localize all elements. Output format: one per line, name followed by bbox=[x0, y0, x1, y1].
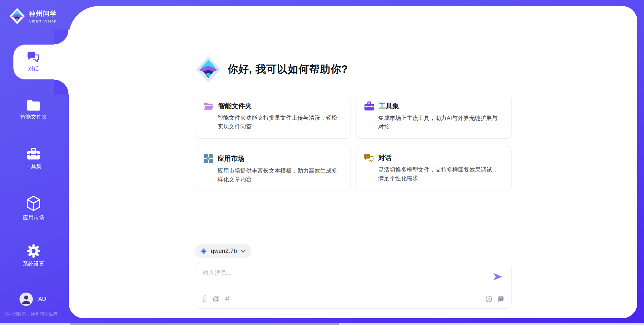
sidebar-item-label: 工具集 bbox=[25, 163, 42, 170]
main-content-panel: 你好, 我可以如何帮助你? 智能文件夹 智能文件夹功能支持批量文件上传与清洗，轻… bbox=[69, 6, 637, 318]
card-title: 智能文件夹 bbox=[218, 102, 252, 111]
model-name: qwen2:7b bbox=[211, 248, 237, 255]
horizontal-scrollbar-track bbox=[0, 323, 644, 325]
active-nav-fillet-top bbox=[54, 29, 69, 45]
card-chat[interactable]: 对话 灵活切换多模型文件，支持多样回复效果调试，满足个性化需求 bbox=[356, 146, 512, 191]
paperclip-icon[interactable] bbox=[202, 295, 207, 303]
history-icon[interactable] bbox=[485, 295, 493, 303]
greeting-row: 你好, 我可以如何帮助你? bbox=[195, 55, 512, 83]
sidebar-item-label: 对话 bbox=[28, 66, 39, 73]
folder-open-icon bbox=[203, 101, 214, 111]
active-nav-fillet-bottom bbox=[54, 79, 69, 94]
grid-icon bbox=[203, 153, 213, 164]
gear-icon bbox=[27, 244, 40, 258]
sidebar-item-app-market[interactable]: 应用市场 bbox=[3, 195, 64, 221]
folder-icon bbox=[26, 99, 41, 111]
brand-gem-icon bbox=[195, 55, 222, 83]
model-selector[interactable]: qwen2:7b bbox=[195, 244, 252, 258]
feature-cards: 智能文件夹 智能文件夹功能支持批量文件上传与清洗，轻松实现文件问答 工具集 集成… bbox=[195, 94, 512, 191]
sidebar-item-settings[interactable]: 系统设置 bbox=[3, 244, 64, 268]
at-icon[interactable]: @ bbox=[213, 295, 220, 303]
cube-icon bbox=[26, 195, 41, 211]
brand-logo: 神州问学 Smart Vision bbox=[9, 7, 57, 25]
card-description: 智能文件夹功能支持批量文件上传与清洗，轻松实现文件问答 bbox=[218, 114, 342, 131]
greeting-text: 你好, 我可以如何帮助你? bbox=[228, 62, 348, 76]
card-app-market[interactable]: 应用市场 应用市场提供丰富长文本模板，助力高效生成多样化文章内容 bbox=[195, 146, 351, 191]
message-composer: @ # bbox=[195, 263, 512, 309]
sidebar-item-toolset[interactable]: 工具集 bbox=[3, 147, 64, 170]
message-input[interactable] bbox=[203, 269, 481, 285]
user-avatar-icon bbox=[19, 292, 33, 306]
sidebar-item-smart-folder[interactable]: 智能文件夹 bbox=[3, 99, 64, 121]
sidebar-item-chat[interactable]: 对话 bbox=[13, 45, 69, 79]
brand-name: 神州问学 bbox=[29, 9, 57, 18]
briefcase-icon bbox=[26, 147, 41, 160]
card-description: 集成市场上主流工具，助力AI与外界无缝扩展与对接 bbox=[378, 114, 503, 131]
model-gem-icon bbox=[200, 247, 208, 255]
user-name: AD bbox=[38, 296, 46, 303]
card-title: 应用市场 bbox=[218, 154, 245, 163]
brand-subtitle: Smart Vision bbox=[29, 19, 57, 23]
avatar bbox=[19, 292, 33, 306]
chat-icon bbox=[364, 153, 374, 162]
user-profile[interactable]: AD bbox=[19, 292, 46, 306]
card-smart-folder[interactable]: 智能文件夹 智能文件夹功能支持批量文件上传与清洗，轻松实现文件问答 bbox=[195, 94, 351, 139]
horizontal-scrollbar-thumb[interactable] bbox=[70, 323, 339, 325]
card-title: 工具集 bbox=[379, 102, 399, 111]
composer-divider bbox=[199, 289, 507, 289]
card-toolset[interactable]: 工具集 集成市场上主流工具，助力AI与外界无缝扩展与对接 bbox=[356, 94, 512, 139]
sidebar-item-label: 系统设置 bbox=[23, 261, 44, 268]
card-description: 应用市场提供丰富长文本模板，助力高效生成多样化文章内容 bbox=[218, 167, 342, 184]
card-title: 对话 bbox=[378, 153, 392, 162]
card-description: 灵活切换多模型文件，支持多样回复效果调试，满足个性化需求 bbox=[378, 166, 503, 183]
chat-bubble-icon[interactable] bbox=[497, 296, 504, 303]
hash-icon[interactable]: # bbox=[225, 295, 229, 303]
copyright-text: ©神州数码 · 神州问学出品 bbox=[5, 311, 58, 317]
chat-icon bbox=[27, 51, 40, 63]
briefcase-icon bbox=[364, 101, 375, 111]
sidebar-item-label: 智能文件夹 bbox=[20, 114, 47, 121]
brand-gem-icon bbox=[9, 7, 25, 25]
chevron-down-icon bbox=[240, 250, 246, 253]
sidebar-item-label: 应用市场 bbox=[23, 214, 44, 221]
send-icon[interactable] bbox=[492, 272, 503, 281]
